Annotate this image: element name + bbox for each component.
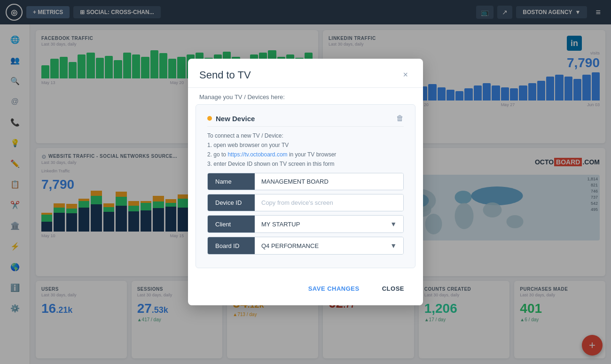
connect-instructions: To connect a new TV / Device: 1. open we… [207, 132, 404, 167]
modal-header: Send to TV × [188, 59, 423, 88]
close-button[interactable]: CLOSE [375, 281, 412, 296]
board-id-select-arrow: ▼ [384, 237, 403, 254]
device-id-input[interactable] [255, 194, 403, 211]
modal-body: New Device 🗑 To connect a new TV / Devic… [196, 104, 415, 268]
client-select[interactable]: MY STARTUP [255, 216, 384, 232]
board-id-select[interactable]: Q4 PERFORMANCE [255, 237, 384, 254]
device-id-form-row: Device ID [207, 194, 404, 211]
name-label: Name [208, 173, 255, 190]
device-title: New Device [207, 115, 255, 123]
delete-device-button[interactable]: 🗑 [396, 114, 404, 123]
name-form-row: Name [207, 173, 404, 190]
name-input[interactable] [255, 173, 403, 190]
modal-title: Send to TV [199, 69, 251, 81]
client-label: Client [208, 216, 255, 232]
send-to-tv-modal: Send to TV × Manage you TV / Devices her… [188, 59, 423, 305]
modal-actions: SAVE CHANGES CLOSE [188, 276, 423, 305]
modal-subtitle: Manage you TV / Devices here: [188, 88, 423, 104]
client-form-row: Client MY STARTUP ▼ [207, 215, 404, 233]
device-id-label: Device ID [208, 194, 255, 211]
tv-url-link[interactable]: https://tv.octoboard.com [227, 151, 287, 158]
save-changes-button[interactable]: SAVE CHANGES [301, 281, 367, 296]
board-id-label: Board ID [208, 237, 255, 254]
modal-close-button[interactable]: × [399, 68, 412, 82]
modal-overlay[interactable]: Send to TV × Manage you TV / Devices her… [0, 0, 611, 364]
device-status-dot [207, 116, 212, 121]
client-select-arrow: ▼ [384, 216, 403, 232]
board-id-form-row: Board ID Q4 PERFORMANCE ▼ [207, 237, 404, 255]
device-header: New Device 🗑 [207, 108, 404, 127]
